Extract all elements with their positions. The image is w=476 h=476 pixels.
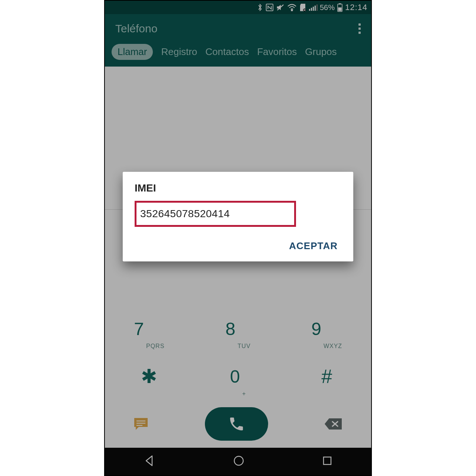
- device-frame: 56% 12:14 Teléfono Llamar Registro: [104, 0, 372, 476]
- accept-button[interactable]: ACEPTAR: [285, 237, 341, 255]
- imei-highlight-box: 352645078520414: [135, 201, 296, 227]
- imei-value: 352645078520414: [140, 208, 230, 219]
- imei-dialog: IMEI 352645078520414 ACEPTAR: [123, 172, 353, 261]
- dialog-title: IMEI: [135, 182, 341, 194]
